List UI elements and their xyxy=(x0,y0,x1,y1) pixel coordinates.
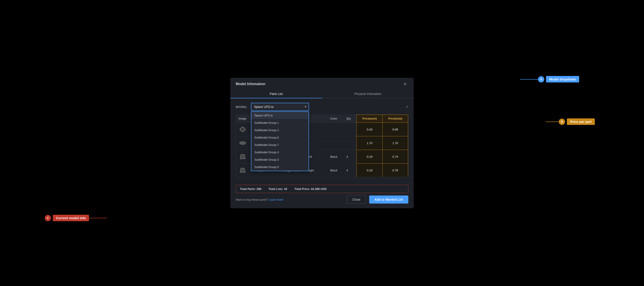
col-color: Color xyxy=(328,115,344,123)
total-parts: Total Parts: 298 xyxy=(240,187,262,191)
cell-color: Black xyxy=(328,164,344,177)
callout-b-line xyxy=(546,122,559,122)
model-select-wrapper: Space UFO.io SubModel Group 1 SubModel G… xyxy=(251,103,403,111)
dropdown-item-submodel-3[interactable]: SubModel Group 3 xyxy=(251,156,308,163)
svg-marker-8 xyxy=(240,169,245,172)
dropdown-item-submodel-4[interactable]: SubModel Group 4 xyxy=(251,149,308,156)
dropdown-item-submodel-1[interactable]: SubModel Group 1 xyxy=(251,119,308,126)
model-dropdown[interactable]: Space UFO.io SubModel Group 1 SubModel G… xyxy=(251,103,309,111)
cell-price-total: 0.76 xyxy=(382,164,408,177)
page-wrapper: Model Infomation ✕ Parts List Physical I… xyxy=(0,0,644,286)
dropdown-item-submodel-5[interactable]: SubModel Group 5 xyxy=(251,163,308,171)
part-image-3 xyxy=(238,153,247,161)
cell-qty xyxy=(344,123,357,136)
cell-price-each: 1.70 xyxy=(357,136,382,150)
callout-b-badge: B xyxy=(559,119,565,125)
learn-how-link[interactable]: Learn how! xyxy=(269,198,283,201)
part-image-1 xyxy=(238,125,247,133)
total-price: Total Price: 44.388 USD xyxy=(294,187,326,191)
model-label: MODEL xyxy=(236,105,247,109)
tab-parts-list[interactable]: Parts List xyxy=(230,90,322,98)
footer-actions: Want to buy these parts? Learn how! Clos… xyxy=(236,195,408,204)
cell-price-each: 0.19 xyxy=(357,150,382,164)
add-to-wanted-list-button[interactable]: Add to Wanted List xyxy=(369,196,408,204)
callout-b: B Price per part xyxy=(559,118,595,125)
dropdown-item-submodel-6[interactable]: SubModel Group 6 xyxy=(251,134,308,141)
cell-price-total: 9.06 xyxy=(382,123,408,136)
close-button[interactable]: Close xyxy=(347,195,366,204)
model-dropdown-open[interactable]: Space UFO.io SubModel Group 1 SubModel G… xyxy=(251,111,309,171)
cell-price-each: 0.19 xyxy=(357,164,382,177)
cell-qty: 4 xyxy=(344,164,357,177)
svg-point-4 xyxy=(240,141,246,144)
buy-prompt-text: Want to buy these parts? xyxy=(236,198,268,201)
modal-title: Model Infomation xyxy=(236,82,265,86)
part-image-2 xyxy=(238,139,247,147)
totals-row: Total Parts: 298 Total Lots: 42 Total Pr… xyxy=(236,185,408,193)
action-buttons: Close Add to Wanted List xyxy=(347,195,408,204)
callout-c: C Current model info xyxy=(45,215,89,221)
cell-color: Black xyxy=(328,150,344,164)
cell-price-each: 0.43 xyxy=(357,123,382,136)
modal-close-button[interactable]: ✕ xyxy=(402,81,408,87)
tab-physical-info[interactable]: Physical Infomation xyxy=(322,90,414,98)
dropdown-item-submodel-2[interactable]: SubModel Group 2 xyxy=(251,126,308,134)
dropdown-item-space-ufo[interactable]: Space UFO.io xyxy=(251,112,308,119)
modal-body: MODEL Space UFO.io SubModel Group 1 SubM… xyxy=(230,98,414,185)
cell-price-total: 0.74 xyxy=(382,150,408,164)
callout-c-line xyxy=(89,218,107,218)
col-price-total: Price(total) xyxy=(382,115,408,123)
cell-color xyxy=(328,123,344,136)
callout-c-badge: C xyxy=(45,215,51,221)
callout-c-label: Current model info xyxy=(53,215,89,221)
external-link-icon[interactable]: ↗ xyxy=(406,105,408,109)
modal-dialog: Model Infomation ✕ Parts List Physical I… xyxy=(230,78,414,208)
callout-a: A Model dropdown xyxy=(538,76,579,82)
cell-qty: 4 xyxy=(344,150,357,164)
cell-price-total: 1.70 xyxy=(382,136,408,150)
callout-a-badge: A xyxy=(538,76,544,82)
callout-a-label: Model dropdown xyxy=(546,76,579,82)
modal-header: Model Infomation ✕ xyxy=(230,78,414,87)
total-lots: Total Lots: 42 xyxy=(268,187,287,191)
buy-prompt-area: Want to buy these parts? Learn how! xyxy=(236,198,283,202)
callout-b-label: Price per part xyxy=(567,118,595,125)
cell-color xyxy=(328,136,344,150)
dropdown-item-submodel-7[interactable]: SubModel Group 7 xyxy=(251,141,308,149)
cell-qty xyxy=(344,136,357,150)
col-qty: Qty xyxy=(344,115,357,123)
callout-a-line xyxy=(520,79,538,79)
svg-marker-6 xyxy=(240,155,245,158)
model-row: MODEL Space UFO.io SubModel Group 1 SubM… xyxy=(236,103,408,111)
part-image-4 xyxy=(238,166,247,174)
col-price-each: Price(each) xyxy=(357,115,382,123)
modal-tabs: Parts List Physical Infomation xyxy=(230,90,414,98)
modal-footer: Total Parts: 298 Total Lots: 42 Total Pr… xyxy=(230,185,414,208)
